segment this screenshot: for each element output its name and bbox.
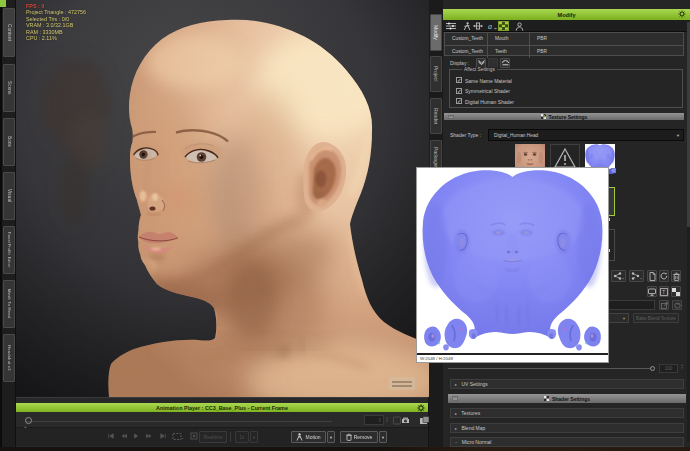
playback-speed-dropdown[interactable]: ▼	[250, 431, 258, 443]
previous-frame-button[interactable]	[118, 432, 129, 442]
go-to-end-button[interactable]	[157, 432, 168, 442]
link-texture-button[interactable]	[611, 270, 626, 282]
animation-player-titlebar[interactable]: Animation Player : CC3_Base_Plus - Curre…	[16, 403, 428, 412]
tab-label: Scene	[4, 81, 14, 95]
collapse-button[interactable]: −	[452, 396, 458, 401]
tab-label: Bone	[4, 136, 14, 147]
section-textures[interactable]: ▸ Textures	[450, 408, 684, 418]
panel-tab-project[interactable]: Project	[430, 56, 442, 92]
render-video-icon[interactable]	[400, 415, 411, 426]
texture-preview-popup[interactable]: W:2048 / H:2048	[416, 167, 609, 363]
stat-line: Project Triangle : 472756	[26, 9, 86, 15]
play-button[interactable]	[130, 432, 141, 442]
display-minus-button[interactable]: −	[488, 58, 498, 68]
table-cell: Mouth	[487, 33, 529, 45]
texture-settings-header[interactable]: − Texture Settings	[444, 113, 684, 120]
bake-blend-texture-button[interactable]: Bake Blend Texture	[633, 313, 679, 323]
refresh-blend-button[interactable]	[672, 300, 682, 310]
realtime-button[interactable]: Realtime	[199, 431, 227, 443]
panel-tab-render[interactable]: Render	[430, 98, 442, 134]
sidebar-tab-headshot-v2[interactable]: Headshot v2	[3, 334, 15, 382]
checkbox-label: Same Name Material	[465, 78, 512, 84]
display-expand-button[interactable]	[500, 58, 510, 68]
chevron-down-icon: ▼	[676, 130, 680, 141]
chevron-down-icon: ▼	[381, 435, 385, 440]
modify-panel-titlebar[interactable]: Modify	[443, 9, 690, 20]
display-collapse-button[interactable]	[476, 58, 486, 68]
sidebar-tab-scene[interactable]: Scene	[3, 64, 15, 112]
timeline-track-area[interactable]: + 0 ▲▼	[16, 412, 428, 428]
material-alpha-icon[interactable]: a	[486, 21, 497, 31]
left-sidebar: Content Scene Bone Visual Facial Profile…	[2, 0, 16, 451]
tab-label: Mesh To Head	[4, 289, 14, 318]
material-row[interactable]: Custom_Teeth Teeth PBR	[445, 45, 683, 57]
checkbox-label: Symmetrical Shader	[465, 88, 510, 94]
strength-value-input[interactable]: 100	[659, 364, 678, 373]
next-frame-button[interactable]	[143, 432, 154, 442]
animation-icon[interactable]	[461, 21, 472, 31]
affect-settings-group: Affect Settings ✓ Same Name Material ✓ S…	[449, 69, 683, 108]
motion-dropdown[interactable]: ▼	[327, 431, 335, 443]
frame-number-input[interactable]: 0	[364, 415, 384, 425]
strength-slider-track[interactable]	[448, 368, 651, 369]
expand-arrow-icon: ▸	[455, 382, 457, 387]
shader-type-dropdown[interactable]: Digital_Human Head ▼	[488, 129, 684, 141]
remove-dropdown[interactable]: ▼	[379, 431, 387, 443]
launch-editor-button[interactable]	[647, 286, 657, 297]
section-shader-settings-header[interactable]: − Shader Settings	[448, 394, 686, 403]
tiling-button[interactable]: T	[659, 286, 669, 297]
character-bust-icon[interactable]	[514, 21, 525, 31]
tab-label: Modify	[433, 25, 439, 40]
bottom-edge-strip	[0, 447, 690, 451]
sidebar-tab-content[interactable]: Content	[3, 8, 15, 57]
section-micro-normal[interactable]: − Micro Normal	[450, 437, 684, 447]
sidebar-tab-bone[interactable]: Bone	[3, 118, 15, 166]
viewport-stats: FPS : 0 Project Triangle : 472756 Select…	[26, 3, 86, 41]
range-button[interactable]	[188, 432, 199, 442]
blend-texture-input[interactable]	[603, 300, 655, 310]
timeline-playhead[interactable]	[25, 417, 32, 424]
timeline-track[interactable]	[26, 421, 332, 422]
edit-blend-button[interactable]	[659, 300, 669, 310]
gear-icon[interactable]	[678, 10, 686, 18]
table-cell: PBR	[529, 33, 685, 45]
checkbox-icon: ✓	[456, 77, 462, 83]
table-cell: Teeth	[487, 46, 529, 58]
delete-texture-button[interactable]	[671, 270, 681, 282]
gear-icon[interactable]	[417, 404, 425, 412]
attribute-settings-icon[interactable]	[445, 21, 456, 31]
motion-button[interactable]: Motion	[291, 431, 326, 443]
spin-down-icon: ▼	[680, 366, 683, 370]
unlink-texture-button[interactable]	[629, 270, 644, 282]
strength-slider-handle[interactable]	[650, 366, 655, 371]
viewport-3d[interactable]: FPS : 0 Project Triangle : 472756 Select…	[16, 0, 429, 397]
checker-preview-button[interactable]	[671, 286, 681, 297]
sidebar-tab-visual[interactable]: Visual	[3, 172, 15, 220]
strength-spinner[interactable]: ▲▼	[679, 364, 685, 373]
trash-icon	[346, 433, 352, 441]
panel-tab-modify[interactable]: Modify	[430, 14, 442, 51]
frame-spinner[interactable]: ▲▼	[384, 415, 390, 425]
section-label: UV Settings	[461, 381, 487, 387]
collapse-button[interactable]: −	[448, 115, 454, 120]
texture-badge-icon	[608, 168, 616, 175]
affect-settings-title: Affect Settings	[462, 67, 497, 72]
app-window: Content Scene Bone Visual Facial Profile…	[0, 0, 690, 451]
loop-mode-button[interactable]	[171, 432, 185, 442]
tab-label: Content	[4, 24, 14, 41]
section-blend-map[interactable]: ▸ Blend Map	[450, 423, 684, 433]
sidebar-tab-mesh-to-head[interactable]: Mesh To Head	[3, 280, 15, 328]
head-render	[16, 0, 429, 397]
remove-button[interactable]: Remove	[340, 431, 378, 443]
playback-speed-value[interactable]: 1x	[235, 431, 249, 443]
transform-icon[interactable]	[472, 21, 483, 31]
material-row[interactable]: Custom_Teeth Mouth PBR	[445, 33, 683, 45]
revert-texture-button[interactable]	[659, 270, 669, 282]
texture-checker-icon[interactable]	[498, 21, 509, 31]
go-to-start-button[interactable]	[105, 432, 116, 442]
controls-separator	[230, 432, 231, 442]
section-uv-settings[interactable]: ▸ UV Settings	[450, 379, 684, 389]
section-label: Blend Map	[461, 425, 485, 431]
sidebar-tab-facial-profile-editor[interactable]: Facial Profile Editor	[3, 226, 15, 274]
load-texture-button[interactable]	[647, 270, 657, 282]
